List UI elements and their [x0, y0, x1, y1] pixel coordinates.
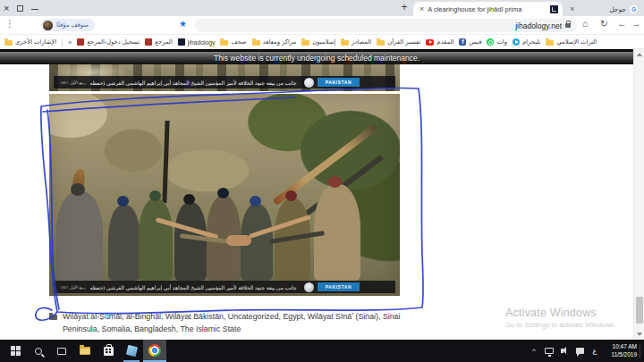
bookmark-item[interactable]: المصادر [341, 38, 371, 46]
forward-icon[interactable]: ← [617, 18, 627, 29]
scrollbar-thumb[interactable] [636, 297, 643, 324]
address-bar[interactable]: jihadology.net [195, 19, 577, 32]
photos-app-button[interactable] [122, 340, 141, 362]
rpg-launcher [273, 123, 378, 206]
show-desktop-divider[interactable] [640, 344, 640, 358]
tab-google[interactable]: × جوجل G [565, 2, 642, 16]
window-minimize-icon[interactable] [31, 9, 38, 10]
caption-date-stamp: ربيع الأول ١٤٤١ [60, 80, 86, 85]
tab-close-icon[interactable]: × [570, 4, 574, 13]
caption-arabic-text: جانب من بيعة جنود الخلافة لأمير المؤمنين… [89, 284, 297, 290]
bookmarks-bar: الإشارات الأخرى « تسجيل دخول-المرجع المر… [0, 36, 644, 49]
network-tray-button[interactable] [542, 340, 556, 362]
fighter-figure [174, 202, 207, 281]
tab-jihadology[interactable]: × A clearinghouse for jihādī prima [413, 2, 563, 16]
scrollbar-up-icon[interactable] [637, 53, 642, 56]
fighter-head [149, 190, 161, 201]
new-tab-button[interactable]: + [397, 0, 411, 14]
browser-menu-icon[interactable]: ⋮ [5, 19, 14, 29]
reload-icon[interactable]: ↻ [600, 18, 608, 29]
speaker-icon [561, 349, 564, 353]
jihadology-favicon [550, 5, 558, 13]
back-icon[interactable]: → [631, 18, 641, 29]
joined-hands [226, 235, 251, 246]
url-text[interactable]: jihadology.net [515, 21, 562, 30]
profile-chip-label: متوقف مؤقتًا [56, 21, 89, 29]
bookmark-item[interactable]: تفسير القرآن [377, 38, 420, 46]
maintenance-banner-text: This website is currently undergoing sch… [214, 54, 419, 63]
jihadology-favicon [178, 38, 185, 46]
bookmark-label: المصادر [352, 38, 371, 46]
browser-toolbar: ⋮ متوقف مؤقتًا ★ jihadology.net ⌂ ↻ ← → [0, 16, 644, 35]
post-photo-main[interactable]: ربيع الأول ١٤٤١ جانب من بيعة جنود الخلاف… [49, 94, 400, 296]
activate-windows-watermark: Activate Windows Go to Settings to activ… [505, 307, 615, 329]
fighter-figure [241, 204, 273, 281]
fighter-arm [249, 215, 311, 239]
file-explorer-button[interactable] [75, 340, 95, 362]
window-close-icon[interactable]: × [4, 1, 9, 15]
bookmark-item[interactable]: fفيس [459, 38, 481, 46]
chrome-taskbar-button[interactable] [143, 340, 166, 362]
bookmark-item[interactable]: تليجرام [513, 38, 540, 46]
bookmark-item[interactable]: التراث الإسلامي [546, 38, 597, 46]
chrome-icon [148, 344, 161, 357]
folder-icon [4, 40, 13, 46]
fighter-head [217, 188, 229, 198]
activate-windows-title: Activate Windows [505, 307, 615, 319]
media-emblem-icon [304, 282, 314, 292]
tray-chevron-button[interactable]: ^ [528, 340, 540, 362]
bookmark-item[interactable]: مراكز ومعاهد [252, 38, 297, 46]
almarjie-red-icon [77, 38, 84, 46]
window-controls: × [4, 1, 38, 15]
folder-icon [220, 40, 228, 46]
caption-date-stamp: ربيع الأول ١٤٤١ [60, 285, 86, 290]
photos-app-icon [125, 345, 137, 357]
tab-close-icon[interactable]: × [419, 4, 424, 13]
start-button[interactable] [5, 340, 25, 362]
bookmark-label: المقدم [436, 38, 453, 46]
fighter-head [117, 196, 129, 206]
language-indicator[interactable]: ع [589, 340, 601, 362]
taskbar-clock[interactable]: 10:47 AM 11/5/2019 [612, 343, 637, 358]
bookmark-item[interactable]: المقدم [426, 38, 453, 46]
bookmarks-overflow-chevron[interactable]: « [68, 38, 72, 46]
bookmark-item[interactable]: jihadology [178, 38, 216, 46]
google-g-icon: G [630, 5, 638, 13]
scrollbar-down-icon[interactable] [637, 333, 642, 336]
fighter-arm [156, 217, 219, 240]
rpg-shaft [74, 194, 85, 230]
fighter-head [285, 190, 297, 201]
profile-chip[interactable]: متوقف مؤقتًا [41, 19, 95, 31]
photo-caption-bar: ربيع الأول ١٤٤١ جانب من بيعة جنود الخلاف… [54, 76, 395, 88]
bookmark-item[interactable]: تسجيل دخول-المرجع [77, 38, 140, 46]
microsoft-store-button[interactable] [98, 340, 118, 362]
store-bag-icon [104, 347, 114, 356]
folder-icon [546, 40, 554, 46]
clock-date: 11/5/2019 [612, 351, 637, 359]
fighter-figure [108, 205, 140, 281]
action-center-button[interactable] [572, 340, 587, 362]
bookmarks-divider [62, 38, 63, 46]
facebook-icon: f [459, 38, 466, 46]
folder-icon [301, 40, 309, 46]
other-bookmarks-button[interactable]: الإشارات الأخرى [4, 38, 56, 46]
task-view-button[interactable] [52, 340, 72, 362]
page-scrollbar[interactable] [633, 49, 644, 340]
rpg-warhead [70, 168, 86, 198]
bookmark-label: إسلاميون [312, 38, 335, 46]
bookmark-item[interactable]: صحف [220, 38, 246, 46]
fighter-head [328, 176, 342, 188]
bookmark-label: تسجيل دخول-المرجع [87, 38, 140, 46]
taskbar-search-button[interactable] [29, 340, 48, 362]
bookmark-item[interactable]: إسلاميون [301, 38, 335, 46]
window-maximize-icon[interactable] [17, 5, 23, 12]
bookmark-item[interactable]: المرجع [145, 38, 172, 46]
lock-icon[interactable] [565, 23, 571, 28]
volume-tray-button[interactable] [556, 340, 571, 362]
post-photo-upper[interactable]: ربيع الأول ١٤٤١ جانب من بيعة جنود الخلاف… [49, 64, 400, 91]
home-icon[interactable]: ⌂ [582, 18, 588, 29]
category-links-text[interactable]: Wilāyat al-Ṣūmāl, al-Binghāl, Wilāyat Bā… [63, 311, 411, 335]
bookmark-star-icon[interactable]: ★ [179, 19, 187, 29]
activate-windows-subtitle: Go to Settings to activate Windows. [505, 321, 615, 329]
bookmark-item[interactable]: وات [487, 38, 507, 46]
